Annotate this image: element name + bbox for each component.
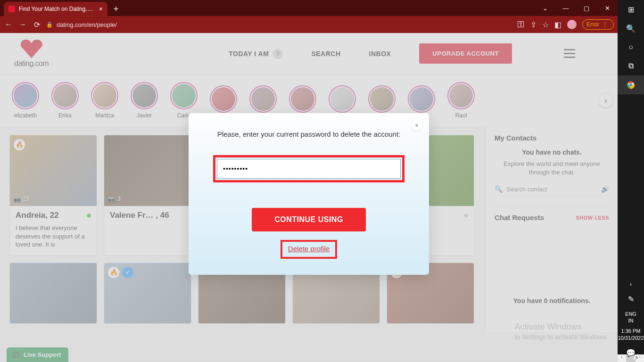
tab-favicon <box>8 6 15 12</box>
clock[interactable]: 1:36 PM10/31/2022 <box>618 326 644 343</box>
tray-expand-icon[interactable]: ‹ <box>630 279 632 290</box>
delete-highlight: Delete profile <box>281 240 337 259</box>
url-text: dating.com/en/people/ <box>57 21 117 28</box>
language-indicator[interactable]: ENGIN <box>625 309 636 326</box>
kebab-icon: ⋮ <box>602 21 608 28</box>
action-center-icon[interactable]: 💬5 <box>618 343 644 362</box>
close-button[interactable]: ✕ <box>597 0 618 16</box>
star-icon[interactable]: ☆ <box>542 20 549 29</box>
browser-titlebar: Find Your Match on Dating.com: × + ⌄ — ▢… <box>0 0 618 16</box>
continue-using-button[interactable]: CONTINUE USING <box>252 208 366 231</box>
forward-button[interactable]: → <box>18 20 27 29</box>
address-bar[interactable]: 🔒 dating.com/en/people/ <box>46 21 512 28</box>
extension-icon[interactable]: ◧ <box>554 20 561 29</box>
reload-button[interactable]: ⟳ <box>32 20 41 29</box>
cortana-icon[interactable]: ○ <box>618 38 644 57</box>
tab-close-icon[interactable]: × <box>99 5 103 13</box>
profile-avatar[interactable] <box>567 20 577 29</box>
windows-start-icon[interactable]: ⊞ <box>618 0 644 19</box>
pen-icon[interactable]: ✎ <box>618 290 644 309</box>
modal-close-button[interactable]: × <box>411 120 422 131</box>
password-input[interactable] <box>217 159 401 179</box>
window-controls: ⌄ — ▢ ✕ <box>535 0 618 16</box>
maximize-button[interactable]: ▢ <box>576 0 597 16</box>
delete-profile-link[interactable]: Delete profile <box>288 245 330 253</box>
modal-prompt: Please, enter your current password to d… <box>204 130 414 138</box>
chevron-down-icon[interactable]: ⌄ <box>535 0 555 16</box>
url-bar: ← → ⟳ 🔒 dating.com/en/people/ ⚿ ⇪ ☆ ◧ Er… <box>0 16 618 33</box>
error-badge[interactable]: Error⋮ <box>582 19 614 30</box>
browser-tab[interactable]: Find Your Match on Dating.com: × <box>4 2 107 16</box>
key-icon[interactable]: ⚿ <box>517 20 525 29</box>
tab-title: Find Your Match on Dating.com: <box>19 6 95 12</box>
new-tab-button[interactable]: + <box>109 4 123 14</box>
lock-icon: 🔒 <box>46 22 53 28</box>
minimize-button[interactable]: — <box>555 0 576 16</box>
share-icon[interactable]: ⇪ <box>530 20 537 29</box>
modal-overlay: × Please, enter your current password to… <box>0 33 618 362</box>
browser-window: Find Your Match on Dating.com: × + ⌄ — ▢… <box>0 0 618 362</box>
page-content: dating.com TODAY I AM ? SEARCH INBOX UPG… <box>0 33 618 362</box>
delete-account-modal: × Please, enter your current password to… <box>189 113 429 275</box>
task-view-icon[interactable]: ⧉ <box>618 57 644 75</box>
back-button[interactable]: ← <box>4 20 13 29</box>
windows-taskbar: ⊞ 🔍 ○ ⧉ ‹› ‹ ✎ ENGIN 1:36 PM10/31/2022 💬… <box>618 0 644 362</box>
chrome-taskbar-icon[interactable] <box>618 75 644 94</box>
search-icon[interactable]: 🔍 <box>618 19 644 38</box>
password-highlight <box>213 155 405 182</box>
